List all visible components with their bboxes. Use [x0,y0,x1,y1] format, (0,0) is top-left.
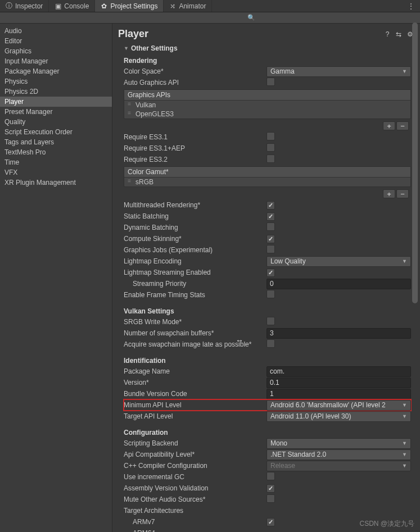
add-button[interactable]: + [383,121,395,130]
require-es31aep-label: Require ES3.1+AEP [124,144,267,152]
swapchain-buffers-label: Number of swapchain buffers* [124,329,267,337]
frame-timing-checkbox[interactable] [267,290,275,298]
lightmap-streaming-checkbox[interactable] [267,269,275,277]
require-es31aep-checkbox[interactable] [267,143,275,152]
graphics-jobs-checkbox[interactable] [267,245,275,253]
sidebar-item-preset-manager[interactable]: Preset Manager [0,107,112,117]
vertical-scrollbar[interactable] [412,22,418,506]
srgb-write-label: SRGB Write Mode* [124,318,267,326]
tab-console[interactable]: ▣Console [49,0,95,12]
api-compat-label: Api Compatibility Level* [124,451,267,458]
scripting-backend-dropdown[interactable]: Mono▼ [267,438,411,449]
other-settings-foldout[interactable]: ▼Other Settings [124,43,411,53]
tab-menu-button[interactable]: ⋮ [402,0,420,12]
sidebar-item-vfx[interactable]: VFX [0,167,112,178]
tab-bar: ⓘInspector ▣Console ✿Project Settings ⤭A… [0,0,420,12]
search-icon: 🔍 [247,14,255,21]
assembly-validation-checkbox[interactable] [267,484,275,493]
compute-skinning-label: Compute Skinning* [124,235,267,243]
sidebar-item-physics-2d[interactable]: Physics 2D [0,87,112,97]
graphics-api-item[interactable]: OpenGLES3 [124,110,410,119]
presets-icon[interactable]: ⇆ [394,30,403,39]
bundle-version-field[interactable]: 1 [267,389,411,399]
tab-inspector[interactable]: ⓘInspector [0,0,49,12]
remove-button[interactable]: − [396,121,409,130]
tab-label: Animator [179,2,206,10]
color-gamut-header: Color Gamut* [124,167,410,178]
graphics-apis-header: Graphics APIs [124,90,410,101]
search-bar[interactable]: 🔍 [0,12,420,24]
remove-button[interactable]: − [396,189,409,198]
sidebar-item-tags-and-layers[interactable]: Tags and Layers [0,137,112,147]
swapchain-buffers-field[interactable]: 3 [267,328,411,339]
settings-sidebar: AudioEditorGraphicsInput ManagerPackage … [0,24,112,532]
chevron-down-icon: ▼ [402,69,407,74]
chevron-down-icon: ▼ [402,440,407,446]
version-field[interactable]: 0.1 [267,378,411,388]
srgb-write-checkbox[interactable] [267,317,275,325]
color-gamut-item[interactable]: sRGB [124,178,410,187]
chevron-down-icon: ▼ [402,402,407,408]
sidebar-item-time[interactable]: Time [0,157,112,167]
sidebar-item-audio[interactable]: Audio [0,26,112,36]
armv7-label: ARMv7 [124,518,267,526]
frame-timing-label: Enable Frame Timing Stats [124,291,267,299]
api-compat-dropdown[interactable]: .NET Standard 2.0▼ [267,449,411,460]
compute-skinning-checkbox[interactable] [267,235,275,243]
graphics-jobs-label: Graphics Jobs (Experimental) [124,246,267,254]
sidebar-item-graphics[interactable]: Graphics [0,46,112,56]
package-name-label: Package Name [124,367,267,375]
sidebar-item-editor[interactable]: Editor [0,36,112,46]
sidebar-item-physics[interactable]: Physics [0,76,112,87]
streaming-priority-label: Streaming Priority [124,280,267,288]
sidebar-item-xr-plugin-management[interactable]: XR Plugin Management [0,178,112,188]
color-space-dropdown[interactable]: Gamma▼ [267,66,411,77]
streaming-priority-field[interactable]: 0 [267,279,411,289]
tab-label: Console [64,2,89,10]
dynamic-batching-checkbox[interactable] [267,222,275,231]
cpp-compiler-label: C++ Compiler Configuration [124,462,267,470]
graphics-api-item[interactable]: Vulkan [124,101,410,110]
sidebar-item-quality[interactable]: Quality [0,117,112,127]
graphics-apis-list: Graphics APIs Vulkan OpenGLES3 [124,89,411,119]
help-icon[interactable]: ? [383,30,392,39]
sidebar-item-input-manager[interactable]: Input Manager [0,56,112,66]
chevron-down-icon: ▼ [402,452,407,457]
static-batching-checkbox[interactable] [267,212,275,221]
min-api-dropdown[interactable]: Android 6.0 'Marshmallow' (API level 2▼ [267,400,411,411]
target-arch-label: Target Architectures [124,507,267,515]
incremental-gc-checkbox[interactable] [267,472,275,480]
multithreaded-rendering-checkbox[interactable] [267,201,275,210]
scrollbar-thumb[interactable] [412,22,418,303]
sidebar-item-script-execution-order[interactable]: Script Execution Order [0,127,112,137]
package-name-field[interactable]: com. [267,366,411,377]
require-es31-label: Require ES3.1 [124,133,267,141]
lightmap-encoding-label: Lightmap Encoding [124,257,267,265]
auto-graphics-checkbox[interactable] [267,78,275,86]
sidebar-item-package-manager[interactable]: Package Manager [0,66,112,76]
require-es32-label: Require ES3.2 [124,156,267,163]
require-es32-checkbox[interactable] [267,154,275,163]
info-icon: ⓘ [6,3,12,10]
incremental-gc-label: Use incremental GC [124,473,267,481]
mute-audio-checkbox[interactable] [267,494,275,503]
animator-icon: ⤭ [169,3,176,10]
version-label: Version* [124,379,267,387]
sidebar-item-player[interactable]: Player [0,97,112,107]
tab-project-settings[interactable]: ✿Project Settings [95,0,164,12]
target-api-label: Target API Level [124,412,267,420]
armv7-checkbox[interactable] [267,518,275,526]
require-es31-checkbox[interactable] [267,132,275,140]
lightmap-encoding-dropdown[interactable]: Low Quality▼ [267,256,411,267]
add-button[interactable]: + [383,189,395,198]
sidebar-item-textmesh-pro[interactable]: TextMesh Pro [0,147,112,157]
console-icon: ▣ [55,3,61,10]
target-api-dropdown[interactable]: Android 11.0 (API level 30)▼ [267,411,411,422]
acquire-late-checkbox[interactable] [267,339,275,348]
dynamic-batching-label: Dynamic Batching [124,224,267,231]
chevron-down-icon: ▼ [402,258,407,264]
static-batching-label: Static Batching [124,212,267,220]
color-space-label: Color Space* [124,67,267,75]
tab-animator[interactable]: ⤭Animator [164,0,212,12]
tab-label: Project Settings [110,2,157,10]
